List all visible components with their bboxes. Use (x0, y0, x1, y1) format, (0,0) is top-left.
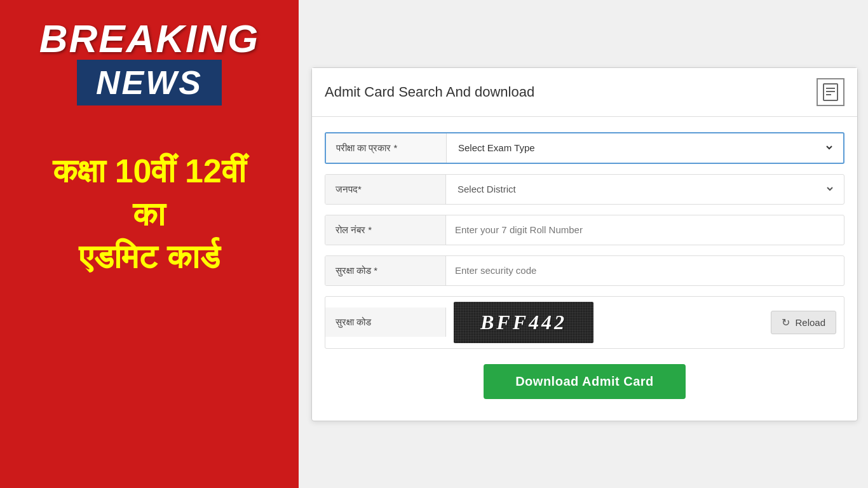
breaking-text: BREAKING (39, 19, 260, 58)
news-badge: NEWS (77, 60, 222, 105)
exam-type-input-container: Select Exam Type Class 10 Class 12 (447, 134, 843, 161)
security-code-input-container (446, 257, 844, 284)
captcha-image-container: BFF442 ↻ Reload (446, 297, 844, 348)
download-admit-card-button[interactable]: Download Admit Card (484, 364, 686, 399)
district-label: जनपद* (325, 175, 446, 204)
captcha-display: BFF442 (454, 302, 593, 343)
exam-type-row: परीक्षा का प्रकार * Select Exam Type Cla… (325, 132, 844, 164)
form-body: परीक्षा का प्रकार * Select Exam Type Cla… (312, 117, 857, 421)
captcha-row: सुरक्षा कोड BFF442 ↻ Reload (325, 296, 844, 349)
security-code-input-row: सुरक्षा कोड * (325, 255, 844, 286)
reload-button[interactable]: ↻ Reload (771, 311, 836, 334)
district-input-container: Select District (446, 175, 844, 203)
roll-number-label: रोल नंबर * (325, 215, 446, 245)
document-icon (817, 78, 844, 106)
news-text: NEWS (96, 64, 203, 101)
reload-icon: ↻ (782, 316, 790, 329)
reload-label: Reload (795, 317, 825, 328)
hindi-line2: का (133, 196, 165, 233)
form-header: Admit Card Search And download (312, 68, 857, 117)
left-panel: BREAKING NEWS कक्षा 10वीं 12वीं का एडमिट… (0, 0, 299, 488)
roll-number-input[interactable] (455, 224, 835, 235)
roll-number-row: रोल नंबर * (325, 215, 844, 245)
captcha-code: BFF442 (480, 311, 567, 334)
form-card: Admit Card Search And download परीक्षा क… (311, 67, 858, 421)
right-panel: Admit Card Search And download परीक्षा क… (299, 0, 868, 488)
download-button-container: Download Admit Card (325, 364, 844, 399)
breaking-news-container: BREAKING NEWS (39, 19, 260, 105)
hindi-headline: कक्षा 10वीं 12वीं का एडमिट कार्ड (53, 150, 246, 279)
district-row: जनपद* Select District (325, 174, 844, 205)
roll-number-input-container (446, 217, 844, 243)
hindi-line1: कक्षा 10वीं 12वीं (53, 152, 246, 189)
security-code-input-label: सुरक्षा कोड * (325, 256, 446, 285)
hindi-line3: एडमिट कार्ड (79, 238, 219, 275)
district-select[interactable]: Select District (455, 183, 835, 195)
exam-type-select[interactable]: Select Exam Type Class 10 Class 12 (456, 142, 834, 154)
captcha-label: सुरक्षा कोड (325, 308, 446, 337)
exam-type-label: परीक्षा का प्रकार * (326, 133, 447, 163)
security-code-input[interactable] (455, 265, 835, 276)
form-title: Admit Card Search And download (325, 84, 534, 100)
